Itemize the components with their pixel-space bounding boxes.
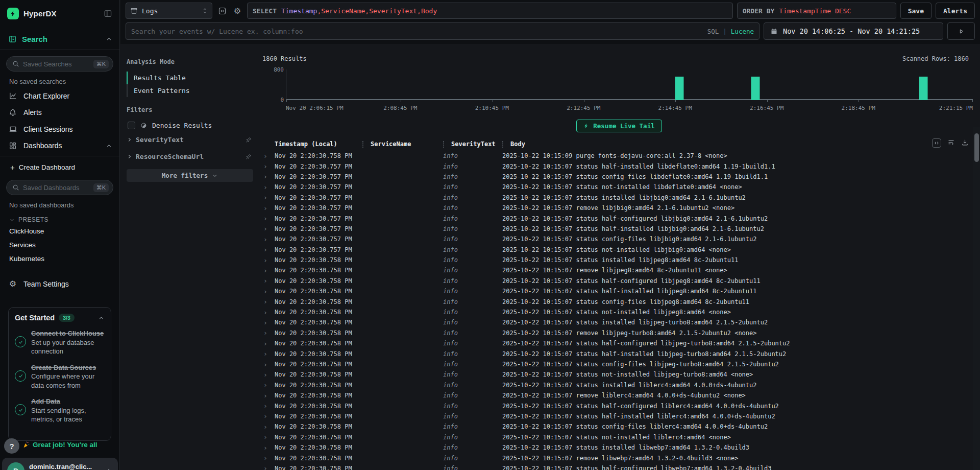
- histogram-bar[interactable]: [675, 77, 683, 101]
- presets-toggle[interactable]: PRESETS: [0, 211, 119, 224]
- chevron-up-icon[interactable]: [98, 315, 105, 321]
- table-row[interactable]: › Nov 20 2:20:30.757 PM info 2025-10-22 …: [258, 224, 980, 234]
- filter-group-resourceschemaurl[interactable]: ResourceSchemaUrl: [127, 148, 253, 165]
- table-row[interactable]: › Nov 20 2:20:30.757 PM info 2025-10-22 …: [258, 161, 980, 171]
- sidebar-item-label: Dashboards: [23, 142, 62, 150]
- download-icon[interactable]: [961, 138, 969, 148]
- content: Analysis Mode Results Table Event Patter…: [120, 47, 980, 470]
- mode-event-patterns[interactable]: Event Patterns: [127, 84, 253, 97]
- congrats-message: Great job! You're all: [22, 441, 114, 449]
- source-settings-icon[interactable]: ⚙: [232, 5, 243, 16]
- table-row[interactable]: › Nov 20 2:20:30.758 PM info 2025-10-22 …: [258, 380, 980, 390]
- get-started-step-add-data[interactable]: Add Data Start sending logs, metrics, or…: [15, 397, 105, 424]
- column-config-icon[interactable]: [932, 138, 941, 148]
- table-row[interactable]: › Nov 20 2:20:30.758 PM info 2025-10-22 …: [258, 390, 980, 401]
- table-row[interactable]: › Nov 20 2:20:30.758 PM info 2025-10-22 …: [258, 255, 980, 265]
- results-table: Timestamp (Local) ServiceName SeverityTe…: [258, 137, 980, 470]
- preset-services[interactable]: Services: [0, 238, 119, 252]
- table-row[interactable]: › Nov 20 2:20:30.758 PM info 2025-10-22 …: [258, 411, 980, 421]
- sidebar-item-alerts[interactable]: Alerts: [0, 104, 119, 121]
- row-expand-icon: ›: [261, 319, 275, 326]
- select-input[interactable]: SELECT Timestamp,ServiceName,SeverityTex…: [247, 3, 733, 19]
- more-filters-button[interactable]: More filters: [127, 169, 253, 182]
- source-select[interactable]: Logs: [126, 3, 212, 19]
- table-row[interactable]: › Nov 20 2:20:30.758 PM info 2025-10-22 …: [258, 401, 980, 411]
- saved-dashboards-input[interactable]: Saved Dashboards ⌘K: [6, 180, 113, 195]
- source-code-icon[interactable]: [216, 5, 228, 16]
- get-started-step-sources[interactable]: Create Data Sources Configure where your…: [15, 363, 105, 390]
- table-row[interactable]: › Nov 20 2:20:30.758 PM info 2025-10-22 …: [258, 453, 980, 463]
- scrollbar-track[interactable]: [973, 127, 980, 470]
- table-row[interactable]: › Nov 20 2:20:30.758 PM info 2025-10-22 …: [258, 276, 980, 286]
- table-row[interactable]: › Nov 20 2:20:30.758 PM info 2025-10-22 …: [258, 359, 980, 369]
- save-button[interactable]: Save: [900, 3, 932, 19]
- table-row[interactable]: › Nov 20 2:20:30.758 PM info 2025-10-22 …: [258, 265, 980, 275]
- table-row[interactable]: › Nov 20 2:20:30.757 PM info 2025-10-22 …: [258, 172, 980, 182]
- table-row[interactable]: › Nov 20 2:20:30.758 PM info 2025-10-22 …: [258, 348, 980, 359]
- row-expand-icon: ›: [261, 288, 275, 295]
- denoise-results-toggle[interactable]: Denoise Results: [127, 120, 253, 131]
- table-row[interactable]: › Nov 20 2:20:30.757 PM info 2025-10-22 …: [258, 203, 980, 213]
- denoise-checkbox[interactable]: [128, 122, 135, 129]
- scrollbar-thumb[interactable]: [974, 133, 979, 162]
- pin-icon[interactable]: [245, 136, 252, 144]
- table-row[interactable]: › Nov 20 2:20:30.758 PM info 2025-10-22 …: [258, 432, 980, 442]
- column-servicename[interactable]: ServiceName: [362, 140, 443, 148]
- chevron-up-icon[interactable]: [106, 143, 112, 149]
- sidebar-item-chart-explorer[interactable]: Chart Explorer: [0, 87, 119, 104]
- x-axis-tick: [286, 100, 287, 102]
- resume-live-tail-button[interactable]: Resume Live Tail: [576, 120, 662, 132]
- table-row[interactable]: › Nov 20 2:20:30.758 PM info 2025-10-22 …: [258, 296, 980, 307]
- create-dashboard-button[interactable]: + Create Dashboard: [0, 156, 119, 174]
- sidebar-item-team-settings[interactable]: ⚙ Team Settings: [0, 275, 119, 293]
- sidebar-item-dashboards[interactable]: Dashboards: [0, 137, 119, 154]
- language-toggle: SQL | Lucene: [707, 28, 754, 35]
- table-row[interactable]: › Nov 20 2:20:30.758 PM info 2025-10-22 …: [258, 307, 980, 317]
- column-body[interactable]: Body: [502, 140, 980, 148]
- results-histogram[interactable]: 800 0 Nov 20 2:06:15 PM2:08:45 PM2:10:45…: [258, 65, 980, 112]
- preset-clickhouse[interactable]: ClickHouse: [0, 224, 119, 238]
- chevron-up-icon[interactable]: [106, 36, 112, 42]
- table-row[interactable]: › Nov 20 2:20:30.757 PM info 2025-10-22 …: [258, 245, 980, 255]
- column-resize-handle[interactable]: [502, 141, 503, 148]
- nav-search[interactable]: Search: [0, 25, 119, 50]
- saved-searches-input[interactable]: Saved Searches ⌘K: [6, 56, 113, 72]
- lang-lucene-button[interactable]: Lucene: [731, 28, 754, 35]
- table-row[interactable]: › Nov 20 2:20:30.758 PM info 2025-10-22 …: [258, 369, 980, 380]
- column-resize-handle[interactable]: [362, 141, 363, 148]
- orderby-input[interactable]: ORDER BY TimestampTime DESC: [737, 3, 896, 19]
- table-row[interactable]: › Nov 20 2:20:30.757 PM info 2025-10-22 …: [258, 234, 980, 244]
- mode-results-table[interactable]: Results Table: [127, 72, 253, 84]
- search-input[interactable]: Search your events w/ Lucene ex. column:…: [126, 22, 760, 40]
- get-started-step-connect[interactable]: Connect to ClickHouse Set up your databa…: [15, 329, 105, 356]
- user-menu[interactable]: D dominic.tran@clic... dominic.tran@clic…: [2, 458, 118, 470]
- table-row[interactable]: › Nov 20 2:20:30.757 PM info 2025-10-22 …: [258, 182, 980, 192]
- histogram-bar[interactable]: [919, 77, 927, 101]
- column-resize-handle[interactable]: [443, 141, 444, 148]
- histogram-bar[interactable]: [751, 77, 760, 101]
- filter-group-severitytext[interactable]: SeverityText: [127, 131, 253, 148]
- time-range-picker[interactable]: Nov 20 14:06:25 - Nov 20 14:21:25: [764, 22, 943, 40]
- preset-kubernetes[interactable]: Kubernetes: [0, 252, 119, 266]
- pin-icon[interactable]: [245, 153, 252, 160]
- lang-sql-button[interactable]: SQL: [707, 28, 719, 35]
- alerts-button[interactable]: Alerts: [936, 3, 975, 19]
- help-button[interactable]: ?: [4, 438, 19, 454]
- sidebar-item-client-sessions[interactable]: Client Sessions: [0, 121, 119, 137]
- table-row[interactable]: › Nov 20 2:20:30.757 PM info 2025-10-22 …: [258, 193, 980, 203]
- run-query-button[interactable]: [947, 22, 975, 40]
- column-severitytext[interactable]: SeverityText: [443, 140, 502, 148]
- table-row[interactable]: › Nov 20 2:20:30.758 PM info 2025-10-22 …: [258, 463, 980, 470]
- sidebar-collapse-icon[interactable]: [104, 9, 112, 18]
- table-row[interactable]: › Nov 20 2:20:30.758 PM info 2025-10-22 …: [258, 421, 980, 432]
- table-row[interactable]: › Nov 20 2:20:30.757 PM info 2025-10-22 …: [258, 213, 980, 223]
- table-row[interactable]: › Nov 20 2:20:30.758 PM info 2025-10-22 …: [258, 286, 980, 296]
- table-row[interactable]: › Nov 20 2:20:30.758 PM info 2025-10-22 …: [258, 338, 980, 348]
- table-row[interactable]: › Nov 20 2:20:30.758 PM info 2025-10-22 …: [258, 317, 980, 327]
- table-row[interactable]: › Nov 20 2:20:30.758 PM info 2025-10-22 …: [258, 442, 980, 453]
- wrap-lines-icon[interactable]: [947, 138, 955, 148]
- calendar-icon: [770, 28, 778, 35]
- table-row[interactable]: › Nov 20 2:20:30.758 PM info 2025-10-22 …: [258, 328, 980, 338]
- column-timestamp[interactable]: Timestamp (Local): [275, 140, 362, 148]
- table-row[interactable]: › Nov 20 2:20:30.758 PM info 2025-10-22 …: [258, 151, 980, 161]
